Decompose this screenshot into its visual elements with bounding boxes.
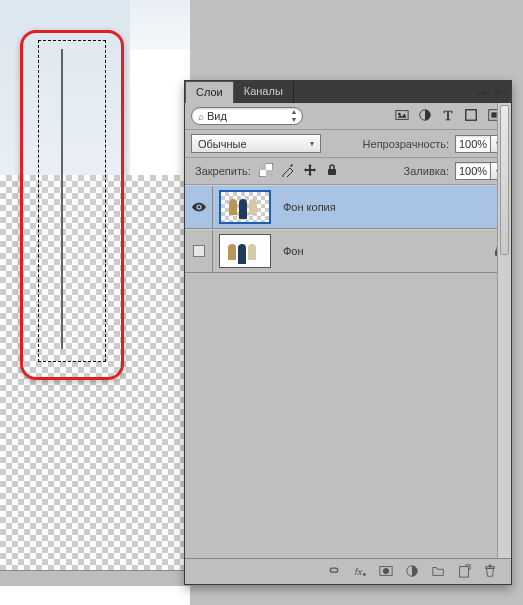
svg-point-14 (383, 567, 389, 573)
tab-layers[interactable]: Слои (185, 81, 234, 103)
panel-menu-icon[interactable]: ▾≡ (495, 86, 507, 99)
collapse-icon[interactable]: ▸▸ (477, 86, 489, 99)
tab-channels[interactable]: Каналы (234, 81, 294, 103)
lock-fill-row: Закрепить: Заливка: ▾ (185, 158, 511, 185)
delete-layer-icon[interactable] (483, 564, 497, 580)
layer-name[interactable]: Фон копия (277, 201, 511, 213)
layer-mask-icon[interactable] (379, 564, 393, 580)
svg-rect-9 (328, 169, 336, 175)
panel-tabs: Слои Каналы ▸▸ ▾≡ (185, 81, 511, 103)
lock-all-icon[interactable] (325, 163, 339, 179)
visibility-toggle[interactable] (185, 186, 213, 228)
filter-shape-icon[interactable] (464, 108, 478, 124)
lock-position-icon[interactable] (303, 163, 317, 179)
opacity-input[interactable] (455, 135, 491, 153)
filter-row: ⌕ Вид ▴▾ (185, 103, 511, 130)
visibility-toggle[interactable] (185, 230, 213, 272)
layers-list: Фон копия Фон (185, 185, 511, 273)
fill-input[interactable] (455, 162, 491, 180)
new-layer-icon[interactable] (457, 564, 471, 580)
layer-name[interactable]: Фон (277, 245, 487, 257)
adjustment-layer-icon[interactable] (405, 564, 419, 580)
layer-style-icon[interactable]: fx (353, 564, 367, 580)
lock-transparency-icon[interactable] (259, 163, 273, 179)
layers-footer: fx (185, 558, 511, 584)
canvas-scrollbar[interactable] (0, 570, 190, 586)
svg-point-1 (398, 113, 401, 116)
layer-group-icon[interactable] (431, 564, 445, 580)
lock-label: Закрепить: (195, 165, 251, 177)
layer-row[interactable]: Фон копия (185, 185, 511, 229)
opacity-label: Непрозрачность: (363, 138, 449, 150)
blend-row: Обычные ▾ Непрозрачность: ▾ (185, 130, 511, 158)
layer-thumbnail[interactable] (219, 190, 271, 224)
fill-label: Заливка: (404, 165, 449, 177)
svg-rect-0 (396, 111, 408, 120)
svg-rect-3 (466, 110, 477, 121)
workspace: Слои Каналы ▸▸ ▾≡ ⌕ Вид ▴▾ Обы (0, 0, 523, 605)
panel-scrollbar[interactable] (497, 103, 511, 558)
layer-thumbnail[interactable] (219, 234, 271, 268)
lock-pixels-icon[interactable] (281, 163, 295, 179)
filter-pixel-icon[interactable] (395, 108, 409, 124)
svg-rect-7 (259, 163, 266, 170)
svg-rect-8 (266, 170, 273, 177)
chevron-down-icon: ▾ (310, 139, 314, 148)
filter-adjustment-icon[interactable] (418, 108, 432, 124)
svg-rect-16 (460, 566, 469, 577)
blend-mode-dropdown[interactable]: Обычные ▾ (191, 134, 321, 153)
visibility-off-icon (193, 245, 205, 257)
svg-rect-5 (491, 112, 496, 117)
layer-row[interactable]: Фон (185, 229, 511, 273)
layer-filter-dropdown[interactable]: ⌕ Вид ▴▾ (191, 107, 303, 125)
link-layers-icon[interactable] (327, 564, 341, 580)
svg-point-10 (197, 206, 200, 209)
chevron-updown-icon: ▴▾ (292, 108, 296, 124)
search-icon: ⌕ (198, 111, 204, 122)
filter-label: Вид (207, 110, 227, 122)
filter-type-icon[interactable] (441, 108, 455, 124)
image-content-right (130, 0, 190, 50)
annotation-highlight (20, 30, 124, 380)
eye-icon (192, 202, 206, 212)
blend-mode-value: Обычные (198, 138, 247, 150)
svg-text:fx: fx (355, 565, 364, 576)
layers-panel: Слои Каналы ▸▸ ▾≡ ⌕ Вид ▴▾ Обы (184, 80, 512, 585)
